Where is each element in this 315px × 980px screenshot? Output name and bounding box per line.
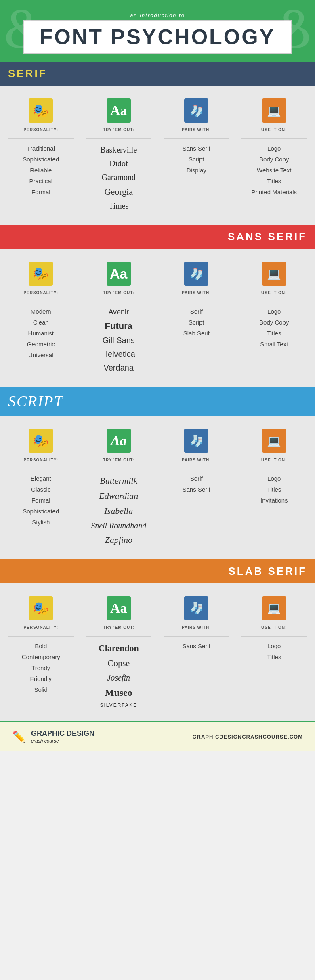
sansserif-font-gillsans: Gill Sans xyxy=(102,333,135,347)
sansserif-use-list: Logo Body Copy Titles Small Text xyxy=(259,306,289,350)
slabserif-font-silverfake: SILVERFAKE xyxy=(99,701,139,709)
useit-label-serif: USE IT ON: xyxy=(261,128,287,132)
tryem-icon-script: Aa xyxy=(106,428,132,454)
script-tryem-list: Buttermilk Edwardian Isabella Snell Roun… xyxy=(91,473,146,547)
tryem-label-sansserif: TRY 'EM OUT: xyxy=(103,291,134,295)
serif-use-list: Logo Body Copy Website Text Titles Print… xyxy=(251,143,297,197)
divider-script-tryem xyxy=(86,469,152,469)
useit-icon-slabserif: 💻 xyxy=(261,595,287,621)
slabserif-pair1: Sans Serif xyxy=(183,641,210,651)
serif-pair3: Display xyxy=(183,165,210,176)
slabserif-p2: Contemporary xyxy=(22,651,60,662)
sansserif-tryem-col: Aa TRY 'EM OUT: Avenir Futura Gill Sans … xyxy=(82,257,156,379)
divider-slabserif-pairs xyxy=(164,636,229,637)
script-p1: Elegant xyxy=(23,473,59,484)
serif-font-baskerville: Baskerville xyxy=(100,143,137,157)
sansserif-use4: Small Text xyxy=(259,339,289,350)
serif-p4: Practical xyxy=(23,176,59,186)
sansserif-useit-col: 💻 USE IT ON: Logo Body Copy Titles Small… xyxy=(237,257,311,379)
tryem-icon-sansserif: Aa xyxy=(106,261,132,287)
serif-font-georgia: Georgia xyxy=(100,184,137,199)
sansserif-use2: Body Copy xyxy=(259,317,289,328)
divider-serif-pairs xyxy=(164,138,229,139)
slabserif-use2: Titles xyxy=(267,651,281,662)
personality-label-serif: PERSONALITY: xyxy=(23,128,58,132)
divider-slabserif-useit xyxy=(242,636,307,637)
serif-p2: Sophisticated xyxy=(23,154,59,165)
computer-icon-script: 💻 xyxy=(262,429,286,453)
mask-icon-script xyxy=(29,429,53,453)
footer-brand-sub: crash course xyxy=(31,738,59,744)
sansserif-pair2: Script xyxy=(183,317,210,328)
sansserif-pair3: Slab Serif xyxy=(183,328,210,339)
serif-section-header: SERIF xyxy=(0,62,315,86)
letter-icon-sansserif: Aa xyxy=(107,262,131,286)
sansserif-p2: Clean xyxy=(27,317,55,328)
script-pair1: Serif xyxy=(183,473,210,484)
sansserif-font-verdana: Verdana xyxy=(102,361,135,375)
script-p5: Stylish xyxy=(23,517,59,528)
pairs-label-sansserif: PAIRS WITH: xyxy=(182,291,211,295)
divider-sansserif-pairs xyxy=(164,302,229,302)
sansserif-section-content: PERSONALITY: Modern Clean Humanist Geome… xyxy=(0,249,315,387)
serif-tryem-col: Aa TRY 'EM OUT: Baskerville Didot Garamo… xyxy=(82,94,156,217)
footer-url: GRAPHICDESIGNCRASHCOURSE.COM xyxy=(192,734,303,740)
mask-icon-sansserif xyxy=(29,262,53,286)
divider-sansserif-tryem xyxy=(86,302,152,302)
serif-p3: Reliable xyxy=(23,165,59,176)
sansserif-p4: Geometric xyxy=(27,339,55,350)
sansserif-pairs-col: 🧦 PAIRS WITH: Serif Script Slab Serif xyxy=(160,257,233,379)
script-personality-list: Elegant Classic Formal Sophisticated Sty… xyxy=(23,473,59,528)
serif-font-times: Times xyxy=(100,199,137,213)
useit-icon-serif: 💻 xyxy=(261,98,287,124)
useit-label-sansserif: USE IT ON: xyxy=(261,291,287,295)
computer-icon-sansserif: 💻 xyxy=(262,262,286,286)
slabserif-tryem-col: Aa TRY 'EM OUT: Clarendon Copse Josefin … xyxy=(82,591,156,713)
slabserif-font-clarendon: Clarendon xyxy=(99,641,139,655)
divider-sansserif-personality xyxy=(8,302,74,302)
mask-icon-serif xyxy=(29,98,53,123)
useit-icon-sansserif: 💻 xyxy=(261,261,287,287)
divider-slabserif-tryem xyxy=(86,636,152,637)
sansserif-tryem-list: Avenir Futura Gill Sans Helvetica Verdan… xyxy=(102,306,135,375)
script-useit-col: 💻 USE IT ON: Logo Titles Invitations xyxy=(237,424,311,551)
pairs-icon-sansserif: 🧦 xyxy=(183,261,209,287)
sansserif-personality-col: PERSONALITY: Modern Clean Humanist Geome… xyxy=(4,257,78,379)
sansserif-section-header: SANS SERIF xyxy=(0,225,315,249)
tryem-label-serif: TRY 'EM OUT: xyxy=(103,128,134,132)
socks-icon-slabserif: 🧦 xyxy=(184,596,208,620)
serif-font-didot: Didot xyxy=(100,157,137,170)
script-p3: Formal xyxy=(23,495,59,506)
pairs-label-script: PAIRS WITH: xyxy=(182,458,211,462)
serif-personality-list: Traditional Sophisticated Reliable Pract… xyxy=(23,143,59,197)
letter-icon-slabserif: Aa xyxy=(107,596,131,620)
script-p4: Sophisticated xyxy=(23,506,59,517)
script-tryem-col: Aa TRY 'EM OUT: Buttermilk Edwardian Isa… xyxy=(82,424,156,551)
pairs-icon-script: 🧦 xyxy=(183,428,209,454)
script-pair2: Sans Serif xyxy=(183,484,210,495)
page-footer: ✏️ GRAPHIC DESIGN crash course GRAPHICDE… xyxy=(0,721,315,751)
serif-useit-col: 💻 USE IT ON: Logo Body Copy Website Text… xyxy=(237,94,311,217)
script-section-content: PERSONALITY: Elegant Classic Formal Soph… xyxy=(0,416,315,559)
footer-brand-text: GRAPHIC DESIGN crash course xyxy=(31,729,94,745)
sansserif-personality-list: Modern Clean Humanist Geometric Universa… xyxy=(27,306,55,360)
personality-icon-sansserif xyxy=(28,261,54,287)
divider-script-pairs xyxy=(164,469,229,469)
socks-icon-serif: 🧦 xyxy=(184,98,208,123)
script-use3: Invitations xyxy=(260,495,288,506)
personality-icon-slabserif xyxy=(28,595,54,621)
useit-icon-script: 💻 xyxy=(261,428,287,454)
divider-slabserif-personality xyxy=(8,636,74,637)
serif-tryem-list: Baskerville Didot Garamond Georgia Times xyxy=(100,143,137,213)
serif-use4: Titles xyxy=(251,176,297,186)
serif-font-garamond: Garamond xyxy=(100,170,137,184)
sansserif-p3: Humanist xyxy=(27,328,55,339)
useit-label-script: USE IT ON: xyxy=(261,458,287,462)
tryem-label-slabserif: TRY 'EM OUT: xyxy=(103,625,134,630)
sansserif-pair1: Serif xyxy=(183,306,210,317)
script-use1: Logo xyxy=(260,473,288,484)
sansserif-use1: Logo xyxy=(259,306,289,317)
script-font-zapfino: Zapfino xyxy=(91,532,146,547)
computer-icon-serif: 💻 xyxy=(262,98,286,123)
script-section-header: script xyxy=(0,387,315,416)
